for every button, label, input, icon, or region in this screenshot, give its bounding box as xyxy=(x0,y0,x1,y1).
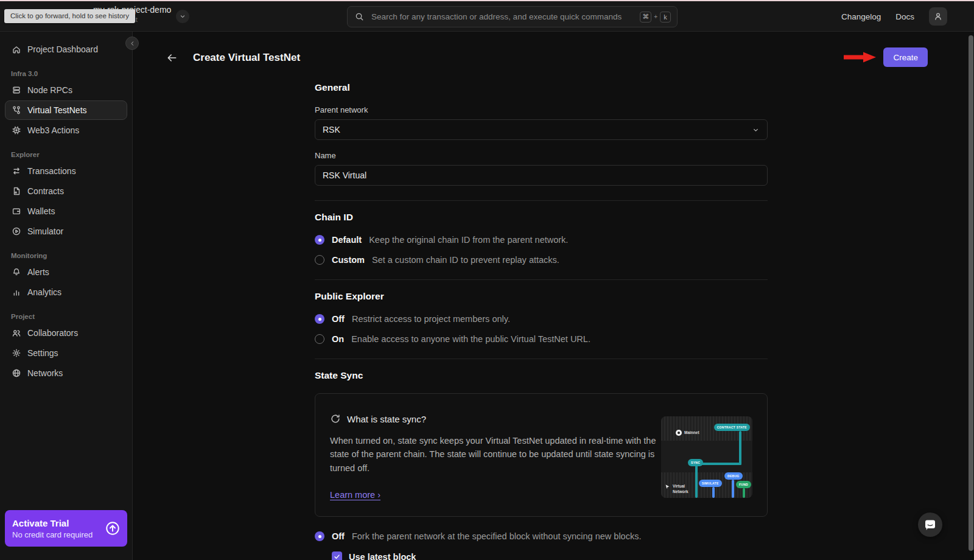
public-explorer-heading: Public Explorer xyxy=(315,291,768,302)
sidebar-item-settings[interactable]: Settings xyxy=(5,343,127,363)
diagram-line xyxy=(739,431,741,465)
search-shortcut: ⌘ + k xyxy=(640,12,671,23)
chevron-down-icon xyxy=(752,126,760,134)
play-circle-icon xyxy=(12,226,21,236)
refresh-sync-icon xyxy=(330,413,341,424)
sidebar-item-contracts[interactable]: Contracts xyxy=(5,181,127,201)
name-label: Name xyxy=(315,151,768,160)
topbar: Click to go forward, hold to see history… xyxy=(0,1,974,32)
chat-widget-button[interactable] xyxy=(918,513,942,537)
sidebar-item-simulator[interactable]: Simulator xyxy=(5,222,127,241)
chat-bubble-icon xyxy=(924,519,936,531)
sidebar-item-alerts[interactable]: Alerts xyxy=(5,262,127,282)
sidebar-item-transactions[interactable]: Transactions xyxy=(5,161,127,181)
trial-text: Activate Trial No credit card required xyxy=(12,518,93,539)
search-icon xyxy=(355,12,364,21)
sidebar-item-networks[interactable]: Networks xyxy=(5,363,127,383)
section-divider xyxy=(315,200,768,201)
search-input[interactable] xyxy=(370,12,634,22)
option-label: Off xyxy=(332,531,345,541)
sidebar-section-monitoring: Monitoring xyxy=(0,252,132,259)
server-icon xyxy=(12,85,21,95)
state-sync-info-body: When turned on, state sync keeps your Vi… xyxy=(330,434,661,475)
diagram-contract-state-badge: CONTRACT STATE xyxy=(714,424,750,431)
parent-network-select[interactable]: RSK xyxy=(315,119,768,140)
state-sync-info-text: What is state sync? When turned on, stat… xyxy=(330,413,661,500)
sidebar-item-label: Alerts xyxy=(27,267,49,277)
sidebar-item-web3-actions[interactable]: Web3 Actions xyxy=(5,121,127,140)
option-description: Keep the original chain ID from the pare… xyxy=(369,235,568,245)
sidebar-item-label: Settings xyxy=(27,348,58,358)
chain-id-heading: Chain ID xyxy=(315,212,768,223)
diagram-fund-badge: FUND xyxy=(736,481,751,488)
radio-unselected-icon[interactable] xyxy=(315,255,324,265)
arrow-up-circle-icon xyxy=(105,521,120,536)
project-dropdown-button[interactable] xyxy=(176,10,189,23)
section-divider xyxy=(315,359,768,359)
chain-id-custom-option[interactable]: Custom Set a custom chain ID to prevent … xyxy=(315,255,768,265)
top-edge-line xyxy=(0,0,974,1)
page-title: Create Virtual TestNet xyxy=(193,52,300,64)
radio-selected-icon[interactable] xyxy=(315,531,324,541)
sidebar-item-analytics[interactable]: Analytics xyxy=(5,282,127,302)
command-key: ⌘ xyxy=(640,12,651,23)
plus-sign: + xyxy=(654,13,657,20)
public-explorer-off-option[interactable]: Off Restrict access to project members o… xyxy=(315,314,768,324)
use-latest-block-option[interactable]: Use latest block xyxy=(332,551,768,560)
history-tooltip: Click to go forward, hold to see history xyxy=(4,9,135,23)
docs-link[interactable]: Docs xyxy=(895,12,914,21)
sidebar-item-label: Project Dashboard xyxy=(27,44,98,54)
sidebar-item-label: Virtual TestNets xyxy=(27,105,87,115)
sidebar-item-project-dashboard[interactable]: Project Dashboard xyxy=(5,40,127,59)
public-explorer-on-option[interactable]: On Enable access to anyone with the publ… xyxy=(315,334,768,344)
back-arrow-button[interactable] xyxy=(166,52,177,63)
create-button[interactable]: Create xyxy=(883,47,928,67)
topbar-right: Changelog Docs xyxy=(841,1,947,32)
user-menu-button[interactable] xyxy=(929,7,947,26)
sidebar-item-label: Collaborators xyxy=(27,328,78,338)
sidebar-collapse-button[interactable] xyxy=(125,37,139,50)
option-label: Custom xyxy=(332,255,365,265)
chevron-left-icon xyxy=(129,40,136,47)
trial-title: Activate Trial xyxy=(12,518,93,528)
sidebar-item-node-rpcs[interactable]: Node RPCs xyxy=(5,80,127,100)
state-sync-diagram: Mainnet CONTRACT STATE SYNC DEBUG SIMULA… xyxy=(661,416,752,498)
state-sync-off-option[interactable]: Off Fork the parent network at the speci… xyxy=(315,531,768,541)
sidebar-item-virtual-testnets[interactable]: Virtual TestNets xyxy=(5,100,127,120)
checkbox-checked-icon[interactable] xyxy=(332,551,342,560)
sidebar-item-label: Web3 Actions xyxy=(27,125,79,135)
fork-branch-icon xyxy=(12,105,21,115)
radio-selected-icon[interactable] xyxy=(315,235,324,245)
main-content: Create Virtual TestNet Create General Pa… xyxy=(133,32,974,560)
state-sync-info-title: What is state sync? xyxy=(347,414,426,424)
section-divider xyxy=(315,279,768,280)
radio-unselected-icon[interactable] xyxy=(315,334,324,344)
mainnet-node-icon xyxy=(676,430,682,436)
sidebar-nav: Project Dashboard Infra 3.0 Node RPCs Vi… xyxy=(0,32,132,383)
option-label: Off xyxy=(332,314,345,324)
diagram-simulate-badge: SIMULATE xyxy=(699,480,722,487)
sidebar-item-collaborators[interactable]: Collaborators xyxy=(5,323,127,343)
page-scrollbar[interactable] xyxy=(969,35,973,551)
diagram-line xyxy=(695,465,698,498)
name-input[interactable] xyxy=(315,165,768,186)
sidebar-item-wallets[interactable]: Wallets xyxy=(5,201,127,221)
learn-more-link[interactable]: Learn more › xyxy=(330,490,380,500)
home-icon xyxy=(12,44,21,54)
radio-selected-icon[interactable] xyxy=(315,314,324,324)
global-search[interactable]: ⌘ + k xyxy=(347,6,678,27)
changelog-link[interactable]: Changelog xyxy=(841,12,881,21)
state-sync-info-card: What is state sync? When turned on, stat… xyxy=(315,393,768,517)
sidebar-item-label: Simulator xyxy=(27,226,63,236)
diagram-sync-badge: SYNC xyxy=(688,459,703,466)
activate-trial-banner[interactable]: Activate Trial No credit card required xyxy=(5,510,127,547)
annotation-arrow-icon xyxy=(843,52,877,63)
option-description: Restrict access to project members only. xyxy=(352,314,510,324)
diagram-virtual-network-label: Virtual Network xyxy=(665,484,695,494)
sidebar-item-label: Node RPCs xyxy=(27,85,72,95)
diagram-line xyxy=(696,463,741,465)
sidebar-item-label: Contracts xyxy=(27,186,64,196)
sidebar-item-label: Analytics xyxy=(27,287,61,297)
chain-id-default-option[interactable]: Default Keep the original chain ID from … xyxy=(315,235,768,245)
sidebar-section-explorer: Explorer xyxy=(0,151,132,158)
